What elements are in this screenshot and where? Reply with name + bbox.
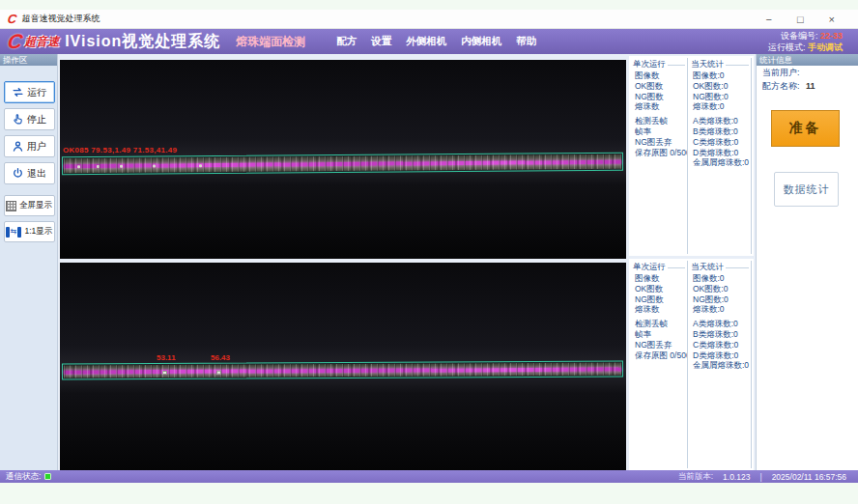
fullscreen-grid-icon: [6, 201, 16, 211]
application-window: C 超音速视觉处理系统 − □ × C 超音速 IVision视觉处理系统 熔珠…: [0, 0, 858, 504]
main-menu: 配方 设置 外侧相机 内侧相机 帮助: [336, 35, 536, 48]
user-button[interactable]: 用户: [4, 135, 55, 157]
stat-row: OK图数: [633, 284, 687, 294]
stat-row: A类熔珠数:0: [691, 116, 751, 126]
run-mode-label: 运行模式:: [768, 42, 806, 52]
stat-row: C类熔珠数:0: [691, 137, 751, 148]
stat-row: NG图丢弃: [633, 137, 687, 148]
one-to-one-button[interactable]: ⇆ 1:1显示: [4, 221, 55, 242]
operation-sidebar: 操作区 运行 停止 用户 退出 全屏显示 ⇆: [0, 54, 58, 470]
stat-row: 检测丢帧: [633, 319, 687, 329]
app-logo-icon: C: [7, 12, 17, 26]
recipe-name-row: 配方名称: 11: [757, 79, 858, 93]
app-title: IVision视觉处理系统: [65, 32, 220, 52]
seam-line: [64, 367, 621, 374]
menu-item-settings[interactable]: 设置: [371, 35, 391, 48]
comm-status-led: [44, 473, 51, 480]
feature-dot: [120, 165, 123, 168]
stat-row: OK图数:0: [691, 81, 751, 92]
stat-row: 帧率: [633, 329, 687, 340]
today-stats-title: 当天统计: [691, 59, 751, 70]
today-stats-title: 当天统计: [691, 262, 751, 273]
window-title: 超音速视觉处理系统: [21, 13, 100, 25]
close-button[interactable]: ×: [829, 10, 835, 29]
window-controls: − □ ×: [765, 10, 850, 29]
today-stats-group: 当天统计 图像数:0 OK图数:0 NG图数:0 熔珠数:0 A类熔珠数:0 B…: [691, 261, 752, 468]
stat-row: 保存原图 0/500: [633, 350, 687, 361]
today-stats-group: 当天统计 图像数:0 OK图数:0 NG图数:0 熔珠数:0 A类熔珠数:0 B…: [691, 58, 752, 254]
stat-row: D类熔珠数:0: [691, 148, 751, 158]
user-button-label: 用户: [27, 140, 46, 154]
one-to-one-icon: ⇆: [6, 227, 22, 238]
stat-row: NG图丢弃: [633, 340, 687, 350]
camera-view-bottom[interactable]: 53.11 56.43: [60, 263, 626, 470]
menu-item-recipe[interactable]: 配方: [336, 35, 357, 48]
run-loop-icon: [12, 86, 24, 98]
comm-status-label: 通信状态:: [6, 471, 41, 483]
single-run-group: 单次运行 图像数 OK图数 NG图数 熔珠数 检测丢帧 帧率 NG图丢弃 保存原…: [633, 58, 688, 254]
stat-row: 图像数:0: [691, 273, 751, 284]
weld-bead-strip: [64, 154, 621, 174]
stat-row: B类熔珠数:0: [691, 329, 751, 340]
stat-row: B类熔珠数:0: [691, 126, 751, 137]
sidebar-buttons: 运行 停止 用户 退出 全屏显示 ⇆ 1:1显示: [0, 81, 58, 242]
run-button[interactable]: 运行: [4, 81, 55, 103]
menu-item-help[interactable]: 帮助: [516, 35, 536, 48]
stat-row: NG图数:0: [691, 294, 751, 305]
maximize-button[interactable]: □: [797, 10, 804, 29]
stat-row: 熔珠数: [633, 101, 687, 112]
fullscreen-button-label: 全屏显示: [19, 200, 52, 211]
power-icon: [12, 167, 24, 180]
measurement-label: 56.43: [211, 353, 230, 362]
minimize-button[interactable]: −: [765, 10, 771, 29]
info-panel-title: 统计信息: [757, 54, 858, 66]
app-header: C 超音速 IVision视觉处理系统 熔珠端面检测 配方 设置 外侧相机 内侧…: [0, 29, 858, 54]
defect-marker: [162, 371, 167, 375]
device-info-block: 设备编号: 22-33 运行模式: 手动调试: [768, 31, 843, 53]
stat-row: 金属屑熔珠数:0: [691, 360, 751, 371]
stat-row: A类熔珠数:0: [691, 319, 751, 329]
prepare-button[interactable]: 准备: [771, 110, 840, 147]
stop-button-label: 停止: [27, 113, 46, 126]
feature-dot: [97, 165, 100, 168]
single-run-title: 单次运行: [633, 59, 687, 70]
menu-item-outer-camera[interactable]: 外侧相机: [406, 35, 446, 48]
roi-box: [62, 360, 623, 379]
brand-swoosh-icon: C: [6, 31, 24, 52]
stop-button[interactable]: 停止: [4, 108, 55, 130]
stat-row: 保存原图 0/500: [633, 148, 687, 158]
device-number-label: 设备编号:: [781, 31, 818, 41]
seam-line: [64, 160, 621, 169]
fullscreen-button[interactable]: 全屏显示: [4, 195, 55, 216]
stat-row: 金属屑熔珠数:0: [691, 157, 751, 168]
data-statistics-button[interactable]: 数据统计: [774, 172, 839, 207]
stat-row: NG图数: [633, 294, 687, 305]
defect-marker: [216, 371, 221, 375]
brand-name: 超音速: [24, 34, 59, 50]
roi-box: [62, 153, 623, 176]
current-user-label: 当前用户:: [762, 68, 800, 77]
stats-section-top: 单次运行 图像数 OK图数 NG图数 熔珠数 检测丢帧 帧率 NG图丢弃 保存原…: [629, 56, 754, 256]
stats-section-bottom: 单次运行 图像数 OK图数 NG图数 熔珠数 检测丢帧 帧率 NG图丢弃 保存原…: [629, 259, 754, 470]
one-to-one-button-label: 1:1显示: [24, 226, 52, 238]
stop-hand-icon: [12, 113, 24, 126]
window-titlebar: C 超音速视觉处理系统 − □ ×: [0, 10, 858, 29]
stat-row: 图像数: [633, 273, 687, 284]
feature-dot: [77, 165, 80, 168]
stat-row: NG图数: [633, 92, 687, 102]
camera-view-top[interactable]: OK085 79.53,1.49 71.53,41.49: [60, 60, 626, 259]
exit-button-label: 退出: [27, 167, 46, 181]
status-bar: 通信状态: 当前版本: 1.0.123 | 2025/02/11 16:57:5…: [0, 470, 858, 483]
datetime-value: 2025/02/11 16:57:56: [772, 472, 846, 482]
exit-button[interactable]: 退出: [4, 162, 55, 184]
stat-row: 图像数:0: [691, 70, 751, 81]
recipe-name-value: 11: [806, 81, 815, 91]
stat-row: 熔珠数:0: [691, 101, 751, 112]
stat-row: D类熔珠数:0: [691, 350, 751, 361]
feature-dot: [199, 164, 202, 167]
app-subtitle: 熔珠端面检测: [236, 34, 305, 50]
menu-item-inner-camera[interactable]: 内侧相机: [461, 35, 501, 48]
user-icon: [12, 140, 24, 153]
stat-row: 熔珠数: [633, 304, 687, 315]
feature-dot: [153, 165, 156, 168]
